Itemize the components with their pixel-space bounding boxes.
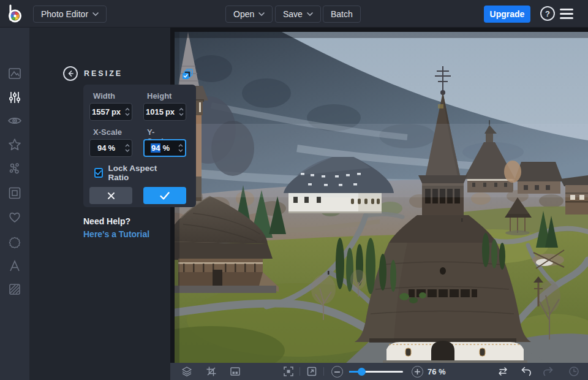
sidebar-item-heart-icon[interactable] [7, 210, 22, 224]
sidebar-item-image-icon[interactable] [7, 66, 22, 81]
batch-label: Batch [331, 9, 353, 19]
tool-sidebar [0, 28, 29, 380]
hamburger-menu-icon[interactable] [560, 9, 573, 19]
app-menu-label: Photo Editor [41, 9, 88, 19]
zoom-slider[interactable] [349, 371, 403, 373]
height-label: Height [147, 91, 172, 101]
befunky-logo[interactable] [5, 4, 24, 25]
chevron-down-icon [307, 12, 313, 16]
height-stepper[interactable] [176, 104, 186, 120]
width-stepper[interactable] [123, 104, 132, 120]
chevron-down-icon [92, 12, 99, 16]
sidebar-item-text-icon[interactable] [7, 259, 22, 273]
x-scale-value: 94 [97, 143, 106, 153]
width-label: Width [93, 91, 115, 101]
batch-button[interactable]: Batch [323, 6, 361, 23]
height-field[interactable]: 1015px [143, 103, 186, 121]
history-icon[interactable] [568, 366, 579, 377]
redo-icon[interactable] [543, 366, 554, 377]
sidebar-item-star-icon[interactable] [7, 137, 22, 152]
editor-canvas[interactable] [170, 28, 588, 363]
x-scale-stepper[interactable] [123, 140, 132, 156]
help-icon[interactable]: ? [540, 6, 555, 21]
chevron-down-icon [258, 12, 265, 16]
sidebar-item-effects-eye-icon[interactable] [7, 113, 22, 128]
app-menu-button[interactable]: Photo Editor [33, 6, 107, 23]
sidebar-item-adjust-icon[interactable] [7, 90, 22, 105]
zoom-in-button[interactable] [412, 366, 423, 378]
upgrade-button[interactable]: Upgrade [484, 6, 530, 23]
y-scale-unit: % [162, 143, 170, 153]
check-icon [96, 170, 102, 175]
need-help-heading: Need Help? [83, 216, 130, 226]
width-field[interactable]: 1557px [89, 103, 132, 121]
lock-aspect-checkbox[interactable] [94, 168, 103, 178]
canvas-toolbar: 76 % [170, 363, 588, 380]
compare-before-after-icon[interactable] [497, 366, 508, 377]
arrow-left-icon [67, 70, 74, 77]
layers-icon[interactable] [181, 366, 192, 377]
lock-aspect-label: Lock Aspect Ratio [108, 164, 170, 182]
top-bar: Photo Editor Open Save Batch Upgrade ? [0, 0, 588, 28]
width-value: 1557 [92, 107, 110, 116]
undo-icon[interactable] [521, 366, 532, 377]
open-button[interactable]: Open [225, 6, 273, 23]
lock-aspect-row: Lock Aspect Ratio [94, 164, 170, 182]
apply-to-all-layers-icon[interactable] [182, 69, 193, 80]
sidebar-item-touchup-icon[interactable] [7, 161, 22, 176]
y-scale-stepper[interactable] [176, 140, 185, 156]
x-scale-label: X-Scale [93, 127, 122, 137]
toolbar-divider [323, 367, 324, 376]
open-label: Open [233, 9, 254, 19]
back-button[interactable] [63, 66, 78, 81]
y-scale-field[interactable]: 94% [143, 139, 186, 157]
height-value: 1015 [146, 107, 164, 116]
fit-to-screen-icon[interactable] [283, 366, 294, 377]
y-scale-value-selected: 94 [151, 143, 160, 153]
zoom-percentage: 76 % [428, 367, 446, 376]
cancel-button[interactable] [89, 187, 132, 204]
layout-panels-icon[interactable] [230, 366, 241, 377]
crop-rotate-icon[interactable] [206, 366, 217, 377]
zoom-slider-knob[interactable] [358, 368, 366, 376]
panel-title: RESIZE [84, 69, 123, 78]
canvas-photo [175, 32, 588, 363]
tutorial-link[interactable]: Here's a Tutorial [83, 229, 149, 239]
resize-panel: RESIZE Width Height 1557px 1015px X-Scal… [29, 28, 170, 380]
photo-editor-app: Photo Editor Open Save Batch Upgrade ? [0, 0, 588, 380]
x-scale-field[interactable]: 94% [89, 139, 132, 157]
x-scale-unit: % [108, 143, 115, 153]
zoom-out-button[interactable] [331, 366, 343, 378]
fullscreen-export-icon[interactable] [306, 366, 317, 377]
toolbar-divider [300, 367, 300, 376]
save-button[interactable]: Save [275, 6, 321, 23]
save-label: Save [283, 9, 303, 19]
check-icon [160, 192, 170, 200]
help-glyph: ? [545, 9, 550, 18]
sidebar-item-textures-icon[interactable] [7, 282, 22, 297]
width-unit: px [111, 107, 121, 116]
close-icon [107, 192, 115, 200]
height-unit: px [165, 107, 175, 116]
sidebar-item-badge-icon[interactable] [7, 235, 22, 250]
apply-button[interactable] [143, 187, 186, 204]
sidebar-item-frames-icon[interactable] [7, 186, 22, 200]
upgrade-label: Upgrade [490, 9, 525, 19]
